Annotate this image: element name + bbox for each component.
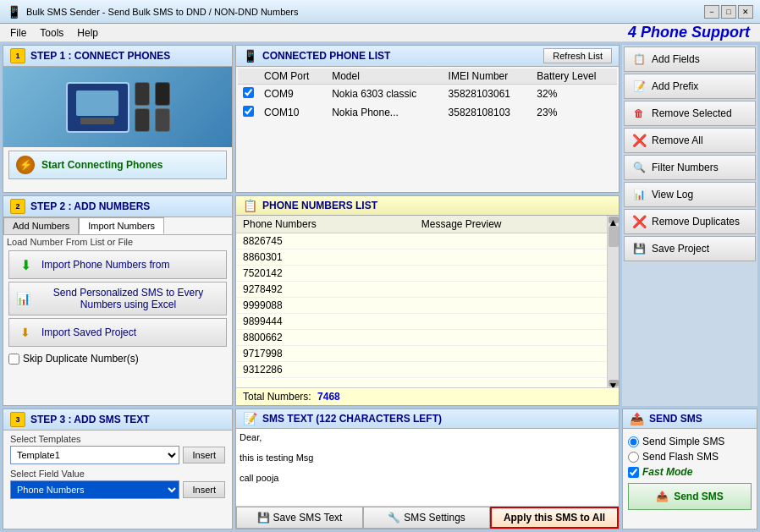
radio-simple-row: Send Simple SMS — [628, 434, 752, 449]
phone-list-header: 📱 CONNECTED PHONE LIST Refresh List — [236, 46, 619, 67]
add-prefix-icon: 📝 — [631, 79, 647, 94]
row1-battery: 32% — [531, 85, 617, 104]
save-project-button[interactable]: 💾 Save Project — [624, 236, 756, 261]
filter-numbers-button[interactable]: 🔍 Filter Numbers — [624, 155, 756, 180]
folder-icon: ⬇ — [16, 323, 35, 342]
refresh-list-button[interactable]: Refresh List — [543, 48, 612, 63]
settings-icon: 🔧 — [388, 512, 400, 524]
remove-duplicates-label: Remove Duplicates — [652, 216, 740, 228]
scroll-thumb[interactable] — [609, 226, 619, 247]
send-sms-header: 📤 SEND SMS — [623, 409, 757, 429]
save-sms-button[interactable]: 💾 Save SMS Text — [236, 507, 363, 529]
row2-port: COM10 — [259, 103, 327, 122]
col-phone-numbers: Phone Numbers — [236, 216, 415, 233]
view-log-icon: 📊 — [631, 187, 647, 202]
step1-icon: 1 — [10, 48, 25, 63]
select-template-label: Select Templates — [7, 432, 229, 446]
skip-dup-checkbox[interactable] — [8, 354, 19, 365]
list-item: 7520142 — [236, 266, 607, 282]
field-value-select[interactable]: Phone Numbers — [10, 480, 179, 499]
menubar: File Tools Help 4 Phone Support — [0, 24, 760, 42]
send-sms-button[interactable]: 📤 Send SMS — [628, 483, 752, 510]
row1-model: Nokia 6303 classic — [327, 85, 443, 104]
radio-simple-sms[interactable] — [628, 436, 639, 447]
titlebar: 📱 Bulk SMS Sender - Send Bulk SMS to DND… — [0, 0, 760, 24]
field-value-label: Select Field Value — [7, 467, 229, 480]
close-button[interactable]: ✕ — [738, 5, 753, 19]
fast-mode-label: Fast Mode — [642, 466, 692, 478]
excel-icon: 📊 — [16, 289, 30, 308]
fast-mode-checkbox[interactable] — [628, 467, 639, 478]
import-saved-project-button[interactable]: ⬇ Import Saved Project — [8, 318, 227, 347]
minimize-button[interactable]: − — [704, 5, 719, 19]
remove-selected-button[interactable]: 🗑 Remove Selected — [624, 101, 756, 126]
maximize-button[interactable]: □ — [721, 5, 736, 19]
menu-tools[interactable]: Tools — [33, 24, 70, 41]
scrollbar[interactable]: ▲ ▼ — [607, 216, 619, 387]
view-log-button[interactable]: 📊 View Log — [624, 182, 756, 207]
table-row: COM9 Nokia 6303 classic 35828103061 32% — [238, 85, 617, 104]
total-value: 7468 — [317, 391, 340, 403]
step1-panel: 1 STEP 1 : CONNECT PHONES ⚡ — [3, 45, 233, 193]
step3-panel: 3 STEP 3 : ADD SMS TEXT Select Templates… — [3, 409, 233, 529]
col-imei: IMEI Number — [443, 69, 532, 85]
remove-all-button[interactable]: ❌ Remove All — [624, 128, 756, 153]
row1-imei: 35828103061 — [443, 85, 532, 104]
section-label: Load Number From List or File — [3, 235, 232, 248]
list-item: 9717998 — [236, 346, 607, 362]
apply-sms-button[interactable]: Apply this SMS to All — [490, 507, 619, 529]
remove-duplicates-button[interactable]: ❌ Remove Duplicates — [624, 209, 756, 234]
col-check — [238, 69, 259, 85]
field-insert-button[interactable]: Insert — [183, 481, 225, 498]
phone-list-title: CONNECTED PHONE LIST — [262, 50, 390, 62]
remove-dup-icon: ❌ — [631, 214, 647, 229]
apply-sms-label: Apply this SMS to All — [504, 512, 605, 524]
menu-help[interactable]: Help — [70, 24, 105, 41]
numbers-list-title: PHONE NUMBERS LIST — [262, 200, 377, 211]
radio-flash-sms[interactable] — [628, 452, 639, 463]
row2-model: Nokia Phone... — [327, 103, 443, 122]
save-sms-label: Save SMS Text — [273, 512, 343, 524]
tab-add-numbers[interactable]: Add Numbers — [3, 217, 79, 234]
view-log-label: View Log — [652, 189, 693, 200]
step2-icon: 2 — [10, 199, 25, 214]
numbers-table: Phone Numbers Message Preview 8826745886… — [236, 216, 607, 378]
list-item: 8800662 — [236, 330, 607, 346]
import-icon: ⬇ — [16, 255, 35, 274]
send-personalized-label: Send Personalized SMS to Every Numbers u… — [37, 287, 219, 310]
step1-header: 1 STEP 1 : CONNECT PHONES — [3, 46, 232, 67]
list-item: 8860301 — [236, 250, 607, 266]
right-sidebar: 📋 Add Fields 📝 Add Prefix 🗑 Remove Selec… — [622, 45, 757, 406]
sms-settings-button[interactable]: 🔧 SMS Settings — [363, 507, 490, 529]
send-personalized-button[interactable]: 📊 Send Personalized SMS to Every Numbers… — [8, 282, 227, 315]
step1-image — [3, 67, 232, 147]
window-controls: − □ ✕ — [704, 5, 753, 19]
start-connecting-button[interactable]: ⚡ Start Connecting Phones — [8, 151, 227, 179]
add-prefix-label: Add Prefix — [652, 80, 698, 92]
start-icon: ⚡ — [16, 156, 35, 174]
template-row: Template1 Insert — [7, 446, 229, 467]
phone-list-panel: 📱 CONNECTED PHONE LIST Refresh List COM … — [235, 45, 620, 193]
tab-import-numbers[interactable]: Import Numbers — [79, 217, 164, 234]
sms-textarea[interactable] — [236, 429, 619, 506]
list-item: 9999088 — [236, 298, 607, 314]
field-value-row: Phone Numbers Insert — [7, 480, 229, 499]
add-fields-button[interactable]: 📋 Add Fields — [624, 47, 756, 72]
row1-checkbox[interactable] — [243, 87, 254, 98]
import-phone-numbers-button[interactable]: ⬇ Import Phone Numbers from — [8, 250, 227, 279]
add-prefix-button[interactable]: 📝 Add Prefix — [624, 74, 756, 99]
row2-checkbox[interactable] — [243, 106, 254, 117]
numbers-list-header: 📋 PHONE NUMBERS LIST — [236, 196, 619, 216]
list-item: 9312286 — [236, 362, 607, 378]
radio-flash-row: Send Flash SMS — [628, 449, 752, 464]
scroll-down-arrow[interactable]: ▼ — [609, 380, 619, 387]
table-row: COM10 Nokia Phone... 35828108103 23% — [238, 103, 617, 122]
window-title: Bulk SMS Sender - Send Bulk SMS to DND /… — [26, 7, 704, 17]
template-insert-button[interactable]: Insert — [183, 447, 225, 463]
template-select[interactable]: Template1 — [10, 446, 179, 464]
add-fields-icon: 📋 — [631, 52, 647, 67]
menu-file[interactable]: File — [3, 24, 33, 41]
step3-title: STEP 3 : ADD SMS TEXT — [30, 414, 150, 425]
scroll-up-arrow[interactable]: ▲ — [609, 217, 619, 223]
sms-text-title: SMS TEXT (122 CHARACTERS LEFT) — [262, 413, 442, 425]
